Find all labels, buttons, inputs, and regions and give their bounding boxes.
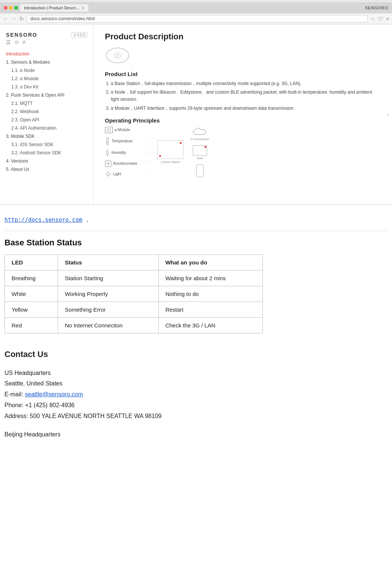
forward-icon[interactable]: → <box>11 16 16 22</box>
accelerometer-row: Accelerometer <box>105 160 137 167</box>
product-list-item: α Node，full support for iBeacon、Eddyston… <box>111 89 381 103</box>
tab-close-icon[interactable]: ✕ <box>82 6 85 10</box>
table-cell: Station Starting <box>58 270 159 286</box>
contact-section: Contact Us US Headquarters Seattle, Unit… <box>4 347 388 440</box>
sidebar-item-alpha-devkit[interactable]: 1.3. α Dev Kit <box>0 83 93 91</box>
refresh-icon[interactable]: ↻ <box>19 16 24 22</box>
svg-rect-5 <box>107 137 108 143</box>
svg-point-6 <box>106 143 109 145</box>
table-cell: Check the 3G / LAN <box>158 318 262 333</box>
page-content: http://docs.sensoro.com . Base Station S… <box>0 205 392 459</box>
table-row: BreathingStation StartingWaiting for abo… <box>5 270 263 286</box>
us-hq-label: US Headquarters <box>4 368 388 379</box>
sidebar-item-android-sdk[interactable]: 3.2. Android Sensor SDK <box>0 149 93 157</box>
us-email-link[interactable]: seattle@sensoro.com <box>25 391 83 397</box>
module-label: α Module <box>115 128 130 132</box>
close-icon[interactable] <box>4 6 7 10</box>
link-suffix: . <box>82 217 89 223</box>
accelerometer-label: Accelerometer <box>113 161 137 166</box>
table-row: RedNo Internet ConnectionCheck the 3G / … <box>5 318 263 333</box>
sidebar-item-open-api[interactable]: 2.3. Open API <box>0 116 93 124</box>
light-row: Light <box>105 171 137 178</box>
base-station-block: α Base Station <box>157 140 183 164</box>
table-cell: Nothing to do <box>158 286 262 302</box>
us-headquarters: US Headquarters Seattle, United States E… <box>4 368 388 422</box>
us-city: Seattle, United States <box>4 378 388 389</box>
star-icon[interactable]: ☆ <box>371 16 375 22</box>
product-list-heading: Product List <box>105 71 381 77</box>
table-cell: No Internet Connection <box>58 318 159 333</box>
svg-point-0 <box>106 48 129 63</box>
font-icon[interactable]: A <box>22 39 26 45</box>
doc-page: SENSORO V 0.0.5 ☰ ⊙ A Introduction 1. Se… <box>0 24 392 204</box>
humidity-label: Humidity <box>112 151 126 155</box>
window-controls <box>4 6 18 10</box>
svg-point-10 <box>107 173 110 176</box>
col-action: What an you do <box>158 255 262 270</box>
toolbar-actions: ☆ 🛡 ≡ <box>371 16 389 22</box>
sidebar-item-versions[interactable]: 4. Versions <box>0 157 93 165</box>
humidity-row: Humidity <box>105 149 137 157</box>
col-led: LED <box>5 255 58 270</box>
operating-principles-heading: Operating Principles <box>105 117 381 124</box>
table-row: YellowSomething ErrorRestart <box>5 302 263 318</box>
sidebar-item-about-us[interactable]: 5. About Us <box>0 165 93 173</box>
us-address: Address: 500 YALE AVENUE NORTH SEATTLE W… <box>4 411 388 422</box>
hamburger-icon[interactable]: ☰ <box>6 39 11 45</box>
table-cell: Working Properly <box>58 286 159 302</box>
col-status: Status <box>58 255 159 270</box>
sidebar-item-mqtt[interactable]: 2.1. MQTT <box>0 99 93 108</box>
url-bar[interactable]: docs.sensoro.com/en/index.html <box>27 15 368 22</box>
phone-box <box>196 164 204 177</box>
module-row: α Module <box>105 127 137 133</box>
shield-icon[interactable]: 🛡 <box>378 16 383 22</box>
commander-block: α Commander <box>190 127 209 141</box>
light-label: Light <box>113 172 121 176</box>
next-page-arrow[interactable]: › <box>386 110 389 119</box>
browser-tab[interactable]: Introduction | Product Descri... ✕ <box>20 4 88 12</box>
red-dot2 <box>159 155 161 157</box>
temperature-row: Temperature <box>105 137 137 145</box>
doc-page-title: Product Description <box>105 32 381 42</box>
sensoro-brand-top: SENSORO <box>365 6 388 10</box>
version-badge: V 0.0.5 <box>72 32 87 38</box>
web-block: Web <box>193 145 207 160</box>
table-row: WhiteWorking ProperlyNothing to do <box>5 286 263 302</box>
table-cell: Something Error <box>58 302 159 318</box>
svg-point-1 <box>114 53 121 58</box>
svg-rect-3 <box>105 127 113 133</box>
tab-title: Introduction | Product Descri... <box>24 6 79 10</box>
browser-toolbar: ← → ↻ docs.sensoro.com/en/index.html ☆ 🛡… <box>0 13 392 24</box>
link-section: http://docs.sensoro.com . <box>4 212 388 231</box>
product-list: α Base Station，full-duplex transmission，… <box>105 80 381 112</box>
right-devices: α Commander Web <box>190 127 209 177</box>
svg-point-2 <box>116 54 119 57</box>
doc-diagram-circle <box>105 47 381 66</box>
beijing-hq-label: Beijing Headquarters <box>4 429 388 440</box>
sidebar-item-ios-sdk[interactable]: 3.1. iOS Sensor SDK <box>0 140 93 149</box>
browser-screenshot: Introduction | Product Descri... ✕ SENSO… <box>0 0 392 205</box>
base-station-heading: Base Station Status <box>4 238 388 248</box>
menu-icon[interactable]: ≡ <box>386 16 389 22</box>
search-icon[interactable]: ⊙ <box>15 39 19 45</box>
table-cell: Yellow <box>5 302 58 318</box>
sidebar-item-sensors[interactable]: 1. Sensors & Modules <box>0 58 93 66</box>
back-icon[interactable]: ← <box>3 16 8 22</box>
sidebar-item-mobile-sdk[interactable]: 3. Mobile SDK <box>0 132 93 140</box>
maximize-icon[interactable] <box>14 6 18 10</box>
svg-point-4 <box>107 128 110 131</box>
minimize-icon[interactable] <box>9 6 13 10</box>
sidebar-item-introduction[interactable]: Introduction <box>0 50 93 58</box>
sidebar-item-alpha-module[interactable]: 1.2. α Module <box>0 75 93 83</box>
us-email-label: E-mail: <box>4 391 25 397</box>
sidebar-item-api-auth[interactable]: 2.4. API Authentication <box>0 124 93 132</box>
base-station-box <box>157 140 183 159</box>
sidebar-item-push-services[interactable]: 2. Push Services & Open API <box>0 91 93 99</box>
sidebar-item-alpha-node[interactable]: 1.1. α Node <box>0 66 93 75</box>
dashed-lines: - - - - - - - - - - - - - - - - - - - - … <box>141 134 154 170</box>
docs-link[interactable]: http://docs.sensoro.com <box>4 217 82 223</box>
separator <box>4 231 388 231</box>
product-list-item: α Base Station，full-duplex transmission，… <box>111 80 381 87</box>
sidebar-item-webhook[interactable]: 2.2. Webhook <box>0 108 93 116</box>
doc-content: Product Description Product List α Base … <box>94 24 392 204</box>
